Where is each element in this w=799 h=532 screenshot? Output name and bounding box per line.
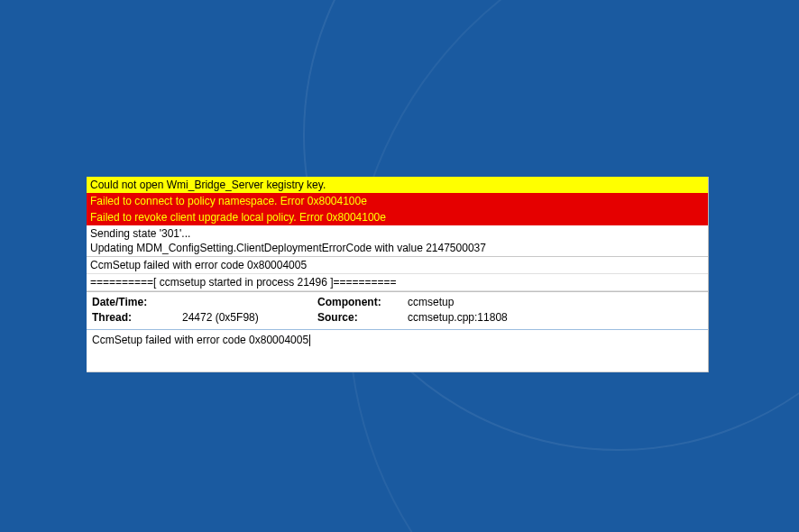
log-line-error[interactable]: Failed to connect to policy namespace. E… [87, 193, 708, 209]
detail-source-value: ccmsetup.cpp:11808 [408, 310, 703, 326]
detail-thread-label: Thread: [92, 310, 182, 326]
detail-datetime-label: Date/Time: [92, 295, 182, 310]
log-line-info: Updating MDM_ConfigSetting.ClientDeploym… [90, 241, 704, 255]
log-line-info[interactable]: CcmSetup failed with error code 0x800040… [87, 257, 708, 274]
message-text-area[interactable]: CcmSetup failed with error code 0x800040… [87, 330, 708, 372]
log-details-panel: Date/Time: Component: ccmsetup Thread: 2… [87, 291, 708, 330]
log-line-info: Sending state '301'... [90, 226, 704, 241]
log-trace-window: Could not open Wmi_Bridge_Server kegistr… [87, 177, 709, 372]
detail-source-label: Source: [317, 310, 408, 326]
detail-thread-value: 24472 (0x5F98) [182, 310, 317, 326]
log-line-error[interactable]: Failed to revoke client upgrade local po… [87, 209, 708, 225]
detail-datetime-value [182, 295, 317, 310]
detail-component-value: ccmsetup [408, 295, 703, 310]
message-text: CcmSetup failed with error code 0x800040… [92, 334, 308, 346]
detail-component-label: Component: [317, 295, 408, 310]
log-line-info[interactable]: ==========[ ccmsetup started in process … [87, 274, 708, 291]
log-line-warning[interactable]: Could not open Wmi_Bridge_Server kegistr… [87, 177, 708, 193]
log-line-info-group[interactable]: Sending state '301'... Updating MDM_Conf… [87, 225, 708, 257]
